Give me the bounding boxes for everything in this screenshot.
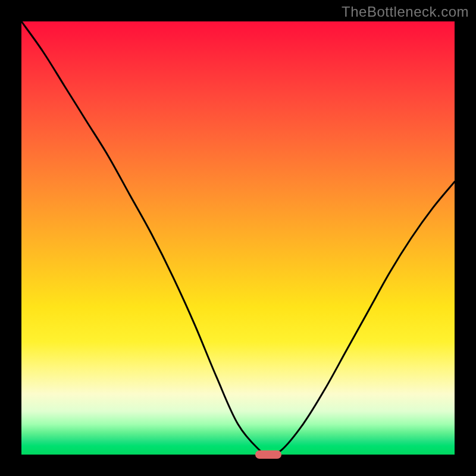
curve-svg xyxy=(21,21,455,455)
minimum-marker xyxy=(255,450,281,459)
bottleneck-curve xyxy=(21,21,455,455)
watermark-text: TheBottleneck.com xyxy=(342,4,469,20)
plot-area xyxy=(21,21,455,455)
chart-frame: TheBottleneck.com xyxy=(0,0,476,476)
